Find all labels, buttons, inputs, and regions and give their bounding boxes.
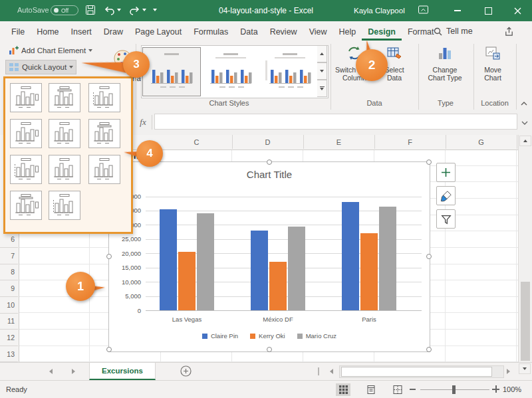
vertical-scrollbar[interactable] [518,135,532,362]
gallery-more-button[interactable] [317,80,327,97]
chart-filters-button[interactable] [436,209,456,229]
page-layout-view-button[interactable] [364,383,378,396]
minimize-button[interactable] [443,0,472,21]
share-icon[interactable] [504,27,514,39]
quick-layout-option[interactable] [10,119,42,148]
row-header-12[interactable]: 12 [0,330,18,346]
quick-layout-label: Quick Layout [22,63,66,71]
chart-style-option[interactable] [142,47,201,96]
zoom-out-button[interactable] [410,389,416,390]
selection-handle[interactable] [426,159,432,165]
chart-styles-button[interactable] [436,186,456,205]
ribbon-display-options-icon[interactable] [418,5,429,18]
legend-item[interactable]: Claire Pin [202,332,238,340]
selection-handle[interactable] [267,159,272,165]
normal-view-button[interactable] [336,383,350,396]
zoom-level[interactable]: 100% [503,385,521,393]
chart-style-option[interactable] [261,47,319,96]
legend-item[interactable]: Mario Cruz [297,332,336,340]
chart-bar-kerry-oki[interactable] [178,252,196,310]
zoom-in-button[interactable] [492,385,499,393]
column-header-d[interactable]: D [233,135,304,149]
ribbon-tab-view[interactable]: View [303,23,333,41]
chart-bar-mario-cruz[interactable] [197,213,214,310]
new-sheet-button[interactable] [180,365,192,379]
quick-layout-option[interactable] [10,83,42,112]
ribbon-tab-help[interactable]: Help [333,23,362,41]
tell-me-box[interactable]: Tell me [434,27,473,36]
zoom-slider-thumb[interactable] [452,385,456,394]
fx-button[interactable]: fx [134,115,152,130]
sheet-tab-excursions[interactable]: Excursions [89,363,156,380]
hscroll-left-button[interactable] [330,369,333,374]
maximize-button[interactable] [473,0,503,21]
row-header-7[interactable]: 7 [0,248,18,264]
row-header-10[interactable]: 10 [0,297,18,314]
selection-handle[interactable] [106,347,112,352]
chart-bar-claire-pin[interactable] [342,202,359,310]
collapse-ribbon-icon[interactable] [521,97,527,109]
sheet-nav-next-icon[interactable] [72,369,75,374]
quick-layout-option[interactable] [88,83,120,112]
gallery-scroll-up-button[interactable] [317,45,327,62]
add-chart-element-button[interactable]: Add Chart Element [5,44,95,57]
quick-layout-option[interactable] [49,83,80,112]
ribbon-tab-file[interactable]: File [5,23,31,41]
row-header-9[interactable]: 9 [0,280,18,297]
chart-elements-button[interactable] [436,163,456,182]
ribbon-tab-formulas[interactable]: Formulas [188,23,234,41]
ribbon-tab-draw[interactable]: Draw [98,23,129,41]
scroll-up-button[interactable] [519,136,531,146]
chart-bar-kerry-oki[interactable] [360,233,378,310]
page-break-view-button[interactable] [390,383,405,396]
quick-layout-option[interactable] [49,119,80,148]
ribbon-tab-review[interactable]: Review [264,23,303,41]
column-header-c[interactable]: C [162,135,233,149]
chart-title[interactable]: Chart Title [109,169,430,180]
close-button[interactable] [503,0,532,21]
selection-handle[interactable] [267,347,272,352]
quick-layout-option[interactable] [49,155,80,184]
chart-legend[interactable]: Claire PinKerry OkiMario Cruz [109,332,430,340]
quick-layout-option[interactable] [88,155,120,184]
horizontal-scrollbar[interactable] [339,365,504,378]
hscroll-right-button[interactable] [507,369,510,374]
column-header-g[interactable]: G [446,135,517,149]
chart-bar-kerry-oki[interactable] [269,262,287,310]
row-header-8[interactable]: 8 [0,264,18,281]
quick-layout-option[interactable] [10,191,42,220]
horizontal-scroll-thumb[interactable] [341,367,492,377]
row-header-13[interactable]: 13 [0,346,18,363]
ribbon-tab-data[interactable]: Data [234,23,263,41]
chart-bar-claire-pin[interactable] [160,209,177,310]
chart-bar-mario-cruz[interactable] [379,207,396,310]
chart-object[interactable]: Chart Title 05,00010,00015,00020,00025,0… [108,161,430,352]
row-header-11[interactable]: 11 [0,314,18,330]
ribbon-tab-home[interactable]: Home [31,23,65,41]
column-header-f[interactable]: F [375,135,446,149]
selection-handle[interactable] [426,254,432,259]
legend-item[interactable]: Kerry Oki [250,332,285,340]
formula-bar-expand-icon[interactable] [521,116,528,128]
quick-layout-option[interactable] [88,119,120,148]
selection-handle[interactable] [426,347,432,352]
vertical-scroll-thumb[interactable] [521,282,530,361]
scrollbar-divider[interactable] [318,367,319,375]
change-chart-type-button[interactable]: Change Chart Type [421,45,469,82]
formula-input[interactable] [154,114,517,130]
move-chart-button[interactable]: Move Chart [473,45,513,82]
scroll-down-button[interactable] [519,363,531,374]
chart-bar-claire-pin[interactable] [251,231,268,310]
sheet-nav-prev-icon[interactable] [49,369,53,374]
quick-layout-option[interactable] [10,155,42,184]
chart-bar-mario-cruz[interactable] [288,227,305,310]
ribbon-tab-design[interactable]: Design [362,23,402,41]
quick-layout-button[interactable]: Quick Layout [5,60,76,74]
ribbon-tab-insert[interactable]: Insert [65,23,98,41]
chart-style-option[interactable] [201,47,260,96]
quick-layout-option[interactable] [49,191,80,220]
ribbon-tab-page-layout[interactable]: Page Layout [129,23,188,41]
gallery-scroll-down-button[interactable] [317,62,327,80]
column-header-e[interactable]: E [304,135,375,149]
selection-handle[interactable] [106,254,112,259]
